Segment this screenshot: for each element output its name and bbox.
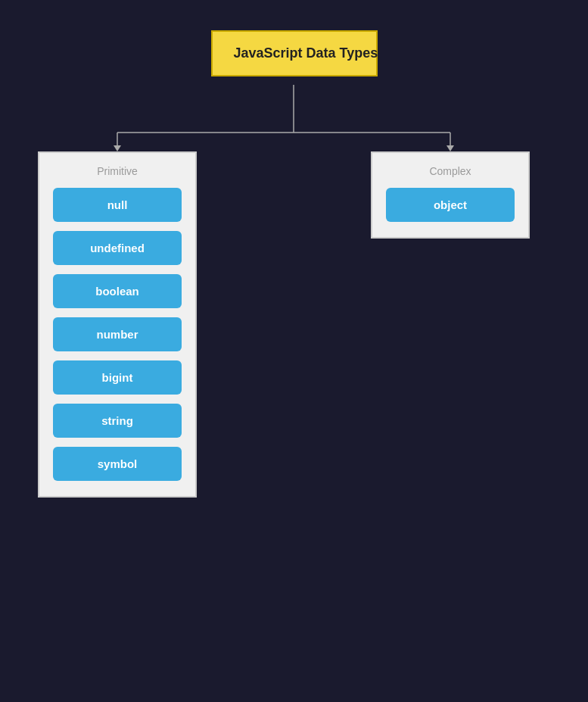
root-label: JavaScript Data Types xyxy=(234,45,378,61)
type-bigint: bigint xyxy=(53,360,182,395)
type-null: null xyxy=(53,188,182,222)
diagram-container: JavaScript Data Types Primitive null und… xyxy=(0,0,588,702)
root-node: JavaScript Data Types xyxy=(211,30,378,76)
svg-marker-3 xyxy=(114,145,121,151)
primitive-label: Primitive xyxy=(97,165,138,177)
type-symbol: symbol xyxy=(53,447,182,481)
type-number: number xyxy=(53,317,182,351)
svg-marker-5 xyxy=(446,145,454,151)
type-boolean: boolean xyxy=(53,274,182,308)
type-string: string xyxy=(53,404,182,438)
type-object: object xyxy=(386,188,515,222)
complex-label: Complex xyxy=(429,165,471,177)
primitive-box: Primitive null undefined boolean number … xyxy=(38,151,197,498)
complex-box: Complex object xyxy=(371,151,530,239)
type-undefined: undefined xyxy=(53,231,182,265)
